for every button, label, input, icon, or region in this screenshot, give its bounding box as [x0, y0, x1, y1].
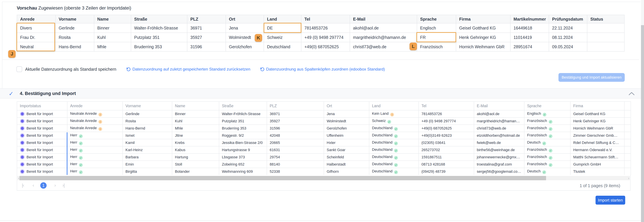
confirmation-table-cell[interactable]: Rdel Dehmel Stiftung & C… [570, 139, 624, 146]
confirmation-table-cell[interactable]: +49(0) 687052625 [418, 125, 474, 132]
reset-mapping-link[interactable]: Datenzuordnung auf zuletzt gespeicherten… [126, 67, 250, 71]
confirmation-table-cell[interactable]: christl73@web.de [474, 125, 524, 132]
confirmation-table-cell[interactable]: Scheinfeld [324, 154, 369, 161]
confirmation-table-cell[interactable]: Emin [122, 161, 172, 168]
confirmation-table-cell[interactable] [624, 161, 631, 168]
confirmation-table-cell[interactable]: Putzplatz 351 [219, 117, 267, 125]
confirmation-table-cell[interactable] [624, 146, 631, 154]
confirmation-table-cell[interactable]: johannewernecke@gmx… [474, 154, 524, 161]
confirmation-table-cell[interactable]: 265273702 [418, 146, 474, 154]
confirmation-table-cell[interactable]: Bereit für Import [17, 161, 67, 168]
preview-table-cell[interactable]: Mhle [94, 42, 131, 51]
confirmation-table-cell[interactable]: 88140 [267, 161, 324, 168]
confirmation-table-cell[interactable]: Rosita [122, 117, 172, 125]
confirmation-table-cell[interactable]: Mhle [172, 125, 219, 132]
confirmation-table-cell[interactable] [624, 132, 631, 139]
confirmation-table-cell[interactable]: troestalina@graf.com [474, 161, 524, 168]
confirmation-table-cell[interactable]: Stoll [172, 161, 219, 168]
pager-first-button[interactable]: |‹ [22, 183, 24, 188]
confirmation-table-cell[interactable]: Deutschland✓ [369, 146, 418, 154]
confirmation-table-cell[interactable]: Deutsch✓ [524, 139, 570, 146]
preview-table-cell[interactable] [587, 23, 624, 33]
confirmation-table-cell[interactable]: Ismet [122, 132, 172, 139]
confirmation-section-header[interactable] [0, 88, 641, 99]
preview-table-cell[interactable]: margritheidrich@hamann.de [350, 33, 417, 42]
confirmation-table-cell[interactable]: Herr✓ [67, 161, 122, 168]
vertical-scrollbar-thumb[interactable] [641, 25, 644, 222]
confirmation-table-cell[interactable] [624, 125, 631, 132]
preview-table-cell[interactable]: Hans-Bernd [56, 42, 94, 51]
confirmation-table-cell[interactable]: Gerlinde [122, 110, 172, 117]
confirmation-table-cell[interactable]: fwiek@web.de [474, 139, 524, 146]
confirmation-table-cell[interactable]: +49(0)3149 62623 [418, 132, 474, 139]
confirmation-table-cell[interactable]: 52338 [267, 168, 324, 175]
preview-table-cell[interactable]: akohl@aol.de [350, 23, 417, 33]
confirmation-table-cell[interactable]: Bolander [172, 168, 219, 175]
update-confirmation-button[interactable]: Bestätigung und Import aktualisieren [558, 73, 625, 82]
confirmation-table-cell[interactable]: 31596 [267, 125, 324, 132]
preview-table-cell[interactable]: Binner [94, 23, 131, 33]
confirmation-table-cell[interactable]: Hermann Oderwald e.V. [570, 146, 624, 154]
confirmation-table-cell[interactable] [624, 139, 631, 146]
confirmation-table-cell[interactable]: (02305) 03641 [418, 139, 474, 146]
map-by-headers-link[interactable]: Datenzuordnung aus Spaltenköpfen zuordne… [260, 67, 385, 71]
confirmation-table-cell[interactable]: Hxter [324, 139, 369, 146]
scroll-left-icon[interactable]: ‹ [18, 176, 19, 180]
preview-table-cell[interactable]: +49(0) 687052625 [301, 42, 350, 51]
preview-table-cell[interactable]: DE [264, 23, 301, 33]
confirmation-table-cell[interactable]: Hartung [172, 154, 219, 161]
preview-table-cell[interactable]: 35927 [187, 33, 226, 42]
pager-last-button[interactable]: ›| [62, 183, 64, 188]
confirmation-table-cell[interactable]: Neutrale Anredei [67, 125, 122, 132]
preview-table-cell[interactable]: 22.11.2024 [549, 23, 587, 33]
confirmation-table-cell[interactable]: Deutschland✓ [369, 125, 418, 132]
confirmation-table-cell[interactable]: Deutsch✓ [524, 168, 570, 175]
confirmation-table-cell[interactable]: Halberstadt [324, 161, 369, 168]
confirmation-table-cell[interactable]: 36971 [267, 110, 324, 117]
preview-table-cell[interactable]: Gerolzhofen [226, 42, 264, 51]
preview-table-cell[interactable]: Neutral [17, 42, 56, 51]
confirmation-table-cell[interactable]: Bereit für Import [17, 117, 67, 125]
confirmation-table-cell[interactable]: akohl@aol.de [474, 110, 524, 117]
confirmation-table-cell[interactable]: Herr✓ [67, 139, 122, 146]
confirmation-table-cell[interactable]: Herr✓ [67, 168, 122, 175]
confirmation-table-cell[interactable]: Englisch✓ [524, 110, 570, 117]
confirmation-table-cell[interactable]: Deutschland✓ [369, 132, 418, 139]
confirmation-table-cell[interactable]: Kamil [122, 139, 172, 146]
confirmation-table-cell[interactable]: Kabus [172, 146, 219, 154]
confirmation-table-cell[interactable]: 20665 [267, 139, 324, 146]
confirmation-table-cell[interactable]: Kuhl [172, 117, 219, 125]
preview-table-cell[interactable]: 09.05.2024 [549, 42, 587, 51]
confirmation-table-cell[interactable]: Weihmannring 609 [219, 168, 267, 175]
confirmation-table-cell[interactable]: Bereit für Import [17, 110, 67, 117]
confirmation-table-cell[interactable]: Bereit für Import [17, 132, 67, 139]
preview-table-cell[interactable]: Gerlinde [56, 23, 94, 33]
preview-table-cell[interactable]: Französisch [417, 42, 456, 51]
confirmation-table-cell[interactable]: 7814853726 [418, 110, 474, 117]
confirmation-table-cell[interactable]: Henk Gehringer KG [570, 117, 624, 125]
confirmation-table-cell[interactable]: Bruderring 353 [219, 125, 267, 132]
preview-table-cell[interactable]: Rosita [56, 33, 94, 42]
confirmation-table-cell[interactable]: Walter-Fröhlich-Strasse [219, 110, 267, 117]
confirmation-table-cell[interactable]: Neutrale Anredei [67, 110, 122, 117]
confirmation-table-cell[interactable]: Deutschland✓ [369, 168, 418, 175]
confirmation-table-cell[interactable]: Hornich Weihmann GbR [570, 125, 624, 132]
confirmation-table-cell[interactable]: +49 (0) 9498 297774 [418, 117, 474, 125]
confirmation-table-cell[interactable]: Deutschland✓ [369, 154, 418, 161]
confirmation-table-cell[interactable]: 08713 428168 [418, 161, 474, 168]
preview-table-cell[interactable]: Englisch [417, 23, 456, 33]
preview-table-cell[interactable]: christl73@web.de [350, 42, 417, 51]
confirmation-table-cell[interactable]: Französisch✓ [524, 117, 570, 125]
confirmation-table-cell[interactable]: sergej56@googlemail.co… [474, 168, 524, 175]
confirmation-table-cell[interactable]: 1591867511 [418, 154, 474, 161]
preview-table-cell[interactable]: Putzplatz 351 [131, 33, 187, 42]
pager-current-page[interactable]: 1 [40, 182, 46, 189]
confirmation-table-cell[interactable] [624, 117, 631, 125]
confirmation-table-cell[interactable]: Barbara [122, 154, 172, 161]
confirmation-table-cell[interactable]: Bereit für Import [17, 139, 67, 146]
preview-table-cell[interactable]: 11014419 [510, 33, 549, 42]
confirmation-table-cell[interactable] [624, 110, 631, 117]
confirmation-table-cell[interactable]: Herr✓ [67, 146, 122, 154]
confirmation-table-cell[interactable]: 61631 [267, 146, 324, 154]
preview-table-cell[interactable]: 31596 [187, 42, 226, 51]
